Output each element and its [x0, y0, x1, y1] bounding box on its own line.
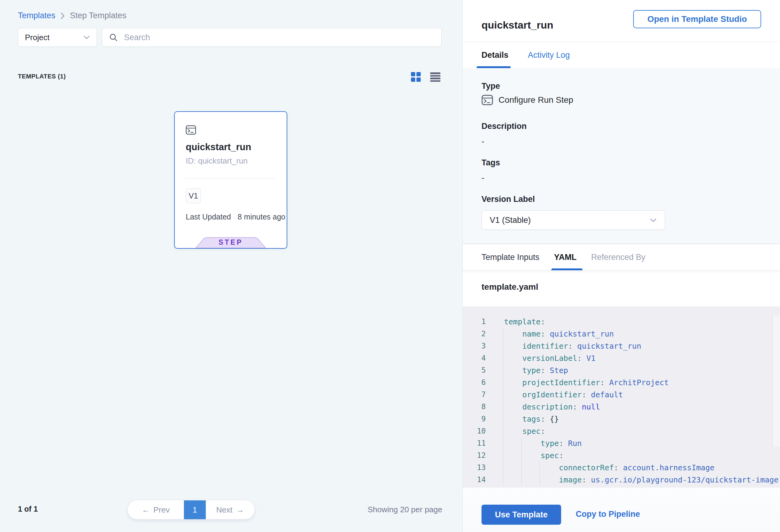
details-tabbar: Details Activity Log [462, 42, 780, 68]
yaml-line: 14 image: us.gcr.io/playground-123/quick… [462, 474, 780, 486]
breadcrumb-templates-link[interactable]: Templates [18, 11, 55, 20]
card-divider [186, 179, 276, 179]
active-tab-indicator [551, 269, 582, 270]
yaml-line: 8 description: null [462, 401, 780, 413]
version-label: Version Label [482, 195, 535, 204]
breadcrumb: Templates Step Templates [18, 11, 127, 20]
details-section: Type Configure Run Step Description - Ta… [462, 68, 780, 244]
yaml-line: 10 spec: [462, 425, 780, 437]
tab-template-inputs[interactable]: Template Inputs [482, 253, 540, 262]
yaml-line: 11 type: Run [462, 437, 780, 449]
use-template-button[interactable]: Use Template [482, 504, 561, 525]
view-toggles [411, 72, 440, 82]
arrow-left-icon: ← [142, 505, 150, 515]
showing-per-page-label: Showing 20 per page [368, 505, 442, 514]
scope-select-value: Project [25, 33, 83, 42]
search-icon [109, 33, 118, 42]
page-1-button[interactable]: 1 [184, 500, 206, 519]
version-badge: V1 [186, 189, 201, 203]
yaml-code-lines: 1template:2 name: quickstart_run3 identi… [462, 306, 780, 486]
chevron-down-icon [83, 35, 90, 40]
tab-referenced-by[interactable]: Referenced By [591, 253, 646, 262]
type-label: Type [482, 82, 500, 91]
terminal-icon [186, 125, 196, 135]
chevron-right-icon [60, 12, 65, 20]
last-updated-label: Last Updated [186, 212, 231, 221]
list-view-icon[interactable] [430, 72, 440, 82]
yaml-line: 2 name: quickstart_run [462, 328, 780, 340]
tags-label: Tags [482, 158, 500, 167]
step-ribbon-label: STEP [195, 238, 267, 247]
indent-guide [503, 328, 503, 486]
open-in-template-studio-button[interactable]: Open in Template Studio [633, 10, 761, 28]
templates-page: Templates Step Templates Project TEMPLAT… [0, 0, 780, 532]
indent-guide [521, 437, 522, 486]
search-box [102, 28, 442, 47]
version-select[interactable]: V1 (Stable) [482, 210, 665, 230]
copy-to-pipeline-link[interactable]: Copy to Pipeline [576, 510, 640, 519]
search-input[interactable] [124, 33, 435, 43]
version-select-value: V1 (Stable) [490, 215, 649, 225]
card-id: ID: quickstart_run [186, 156, 248, 166]
yaml-tabbar: Template Inputs YAML Referenced By [462, 244, 780, 271]
type-value: Configure Run Step [498, 95, 573, 105]
tab-activity-log[interactable]: Activity Log [528, 50, 570, 60]
tab-details[interactable]: Details [482, 50, 508, 60]
yaml-line: 3 identifier: quickstart_run [462, 340, 780, 352]
templates-count-heading: TEMPLATES (1) [18, 73, 66, 80]
yaml-line: 7 orgIdentifier: default [462, 389, 780, 401]
template-card[interactable]: quickstart_run ID: quickstart_run V1 Las… [174, 111, 287, 249]
tab-yaml[interactable]: YAML [554, 253, 577, 262]
code-scrollbar-track[interactable] [772, 316, 780, 447]
yaml-line: 6 projectIdentifier: ArchitProject [462, 376, 780, 389]
panel-title: quickstart_run [482, 19, 553, 31]
yaml-line: 9 tags: {} [462, 413, 780, 425]
template-list-panel: Templates Step Templates Project TEMPLAT… [0, 0, 462, 532]
pagination: ← Prev 1 Next → [128, 500, 254, 519]
card-last-updated: Last Updated 8 minutes ago [186, 212, 285, 221]
yaml-file-name: template.yaml [482, 282, 538, 292]
yaml-line: 12 spec: [462, 449, 780, 462]
yaml-line: 1template: [462, 316, 780, 328]
last-updated-value: 8 minutes ago [238, 212, 285, 221]
next-label: Next [216, 505, 232, 515]
page-count-label: 1 of 1 [18, 504, 38, 514]
prev-page-button[interactable]: ← Prev [128, 500, 184, 519]
prev-label: Prev [153, 505, 169, 515]
yaml-line: 5 type: Step [462, 364, 780, 376]
description-value: - [482, 137, 484, 146]
description-label: Description [482, 122, 527, 131]
arrow-right-icon: → [236, 505, 244, 515]
yaml-code-block: 1template:2 name: quickstart_run3 identi… [462, 306, 780, 488]
yaml-line: 4 versionLabel: V1 [462, 352, 780, 364]
grid-view-icon[interactable] [411, 72, 421, 82]
template-details-panel: quickstart_run Open in Template Studio D… [462, 0, 780, 532]
step-ribbon: STEP [195, 237, 267, 248]
terminal-icon [482, 95, 493, 105]
panel-footer: Use Template Copy to Pipeline [462, 488, 780, 532]
chevron-down-icon [649, 218, 657, 223]
tags-value: - [482, 173, 484, 183]
card-title: quickstart_run [186, 142, 251, 153]
next-page-button[interactable]: Next → [206, 500, 254, 519]
type-value-row: Configure Run Step [482, 95, 573, 105]
yaml-line: 13 connectorRef: account.harnessImage [462, 462, 780, 474]
scope-select[interactable]: Project [18, 28, 97, 47]
indent-guide [540, 462, 540, 486]
breadcrumb-current: Step Templates [70, 11, 127, 20]
